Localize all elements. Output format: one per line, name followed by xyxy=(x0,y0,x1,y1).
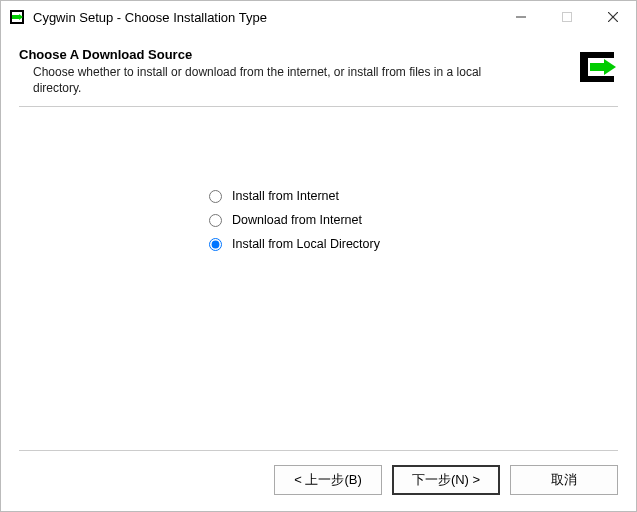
setup-window: Cygwin Setup - Choose Installation Type … xyxy=(0,0,637,512)
button-bar: < 上一步(B) 下一步(N) > 取消 xyxy=(1,465,636,511)
radio-local-directory[interactable] xyxy=(209,238,222,251)
cancel-button[interactable]: 取消 xyxy=(510,465,618,495)
svg-rect-9 xyxy=(580,58,588,76)
page-description: Choose whether to install or download fr… xyxy=(19,64,489,96)
header-row: Choose A Download Source Choose whether … xyxy=(19,47,618,96)
titlebar: Cygwin Setup - Choose Installation Type xyxy=(1,1,636,33)
svg-rect-10 xyxy=(580,76,614,82)
close-button[interactable] xyxy=(590,1,636,33)
svg-marker-12 xyxy=(604,59,616,75)
maximize-button xyxy=(544,1,590,33)
svg-rect-11 xyxy=(590,63,604,71)
content-area: Choose A Download Source Choose whether … xyxy=(1,33,636,465)
radio-install-internet[interactable] xyxy=(209,190,222,203)
radio-download-internet[interactable] xyxy=(209,214,222,227)
header-text: Choose A Download Source Choose whether … xyxy=(19,47,568,96)
app-icon xyxy=(9,9,25,25)
next-button[interactable]: 下一步(N) > xyxy=(392,465,500,495)
option-download-internet[interactable]: Download from Internet xyxy=(209,213,618,227)
cygwin-logo-icon xyxy=(578,49,618,85)
svg-rect-2 xyxy=(12,15,19,19)
option-label: Install from Internet xyxy=(232,189,339,203)
window-controls xyxy=(498,1,636,33)
minimize-button[interactable] xyxy=(498,1,544,33)
window-title: Cygwin Setup - Choose Installation Type xyxy=(33,10,498,25)
svg-rect-5 xyxy=(563,13,572,22)
option-label: Download from Internet xyxy=(232,213,362,227)
page-title: Choose A Download Source xyxy=(19,47,568,62)
footer-divider xyxy=(19,450,618,451)
option-install-internet[interactable]: Install from Internet xyxy=(209,189,618,203)
options-area: Install from Internet Download from Inte… xyxy=(19,107,618,450)
back-button[interactable]: < 上一步(B) xyxy=(274,465,382,495)
svg-rect-8 xyxy=(580,52,614,58)
option-local-directory[interactable]: Install from Local Directory xyxy=(209,237,618,251)
option-label: Install from Local Directory xyxy=(232,237,380,251)
